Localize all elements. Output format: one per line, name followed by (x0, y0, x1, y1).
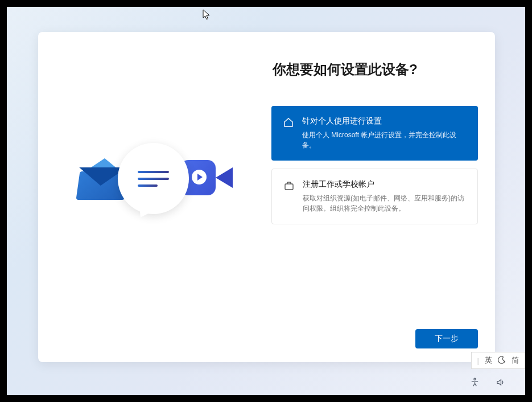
oobe-background: 你想要如何设置此设备? 针对个人使用进行设置 使用个人 Microsoft 帐户… (7, 7, 525, 395)
home-icon (283, 117, 295, 150)
volume-icon[interactable] (496, 378, 505, 389)
page-title: 你想要如何设置此设备? (273, 60, 478, 79)
ime-lang-simplified[interactable]: 简 (512, 355, 519, 366)
ime-indicator[interactable]: | 英 简 (471, 352, 525, 369)
option-work-title: 注册工作或学校帐户 (303, 179, 466, 190)
accessibility-icon[interactable] (470, 378, 480, 389)
ime-mode-icon[interactable] (498, 356, 506, 366)
system-tray (470, 378, 505, 389)
speech-bubble-icon (118, 143, 189, 214)
setup-illustration (75, 146, 234, 248)
next-button[interactable]: 下一步 (415, 329, 478, 348)
briefcase-icon (283, 180, 296, 214)
illustration-pane (38, 32, 271, 362)
content-pane: 你想要如何设置此设备? 针对个人使用进行设置 使用个人 Microsoft 帐户… (271, 32, 495, 362)
option-personal-title: 针对个人使用进行设置 (302, 116, 467, 126)
setup-dialog: 你想要如何设置此设备? 针对个人使用进行设置 使用个人 Microsoft 帐户… (38, 32, 495, 362)
svg-rect-0 (285, 184, 293, 190)
mouse-cursor (203, 9, 212, 23)
svg-point-1 (474, 378, 476, 380)
option-work-description: 获取对组织资源(如电子邮件、网络、应用和服务)的访问权限。组织将完全控制此设备。 (303, 193, 466, 214)
option-personal-use[interactable]: 针对个人使用进行设置 使用个人 Microsoft 帐户进行设置，并完全控制此设… (271, 106, 478, 161)
option-personal-description: 使用个人 Microsoft 帐户进行设置，并完全控制此设备。 (302, 130, 467, 150)
option-work-school[interactable]: 注册工作或学校帐户 获取对组织资源(如电子邮件、网络、应用和服务)的访问权限。组… (271, 169, 478, 224)
ime-separator: | (477, 356, 479, 365)
ime-lang-english[interactable]: 英 (485, 355, 492, 366)
